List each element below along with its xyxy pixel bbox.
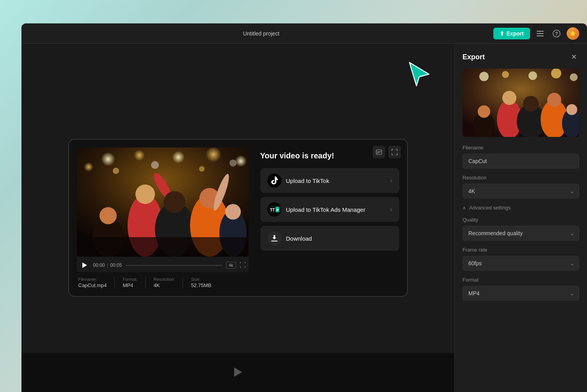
timeline-play-icon: [234, 367, 242, 377]
export-thumbnail: [462, 69, 579, 137]
quality-badge: 4k: [226, 262, 236, 269]
filename-label: Filename: [462, 145, 579, 151]
video-player: 00:00 | 00:05 4k: [77, 147, 249, 288]
menu-icon-button[interactable]: [534, 27, 546, 40]
filename-field: Filename: [455, 145, 587, 175]
video-fullscreen-button[interactable]: [240, 262, 245, 269]
quality-field: Quality Recommended quality Better quali…: [455, 217, 587, 247]
svg-rect-1: [537, 33, 544, 34]
svg-text:?: ?: [555, 31, 558, 37]
export-panel: Export ✕: [454, 44, 587, 392]
svg-point-41: [502, 71, 509, 78]
svg-point-52: [547, 93, 561, 107]
resolution-info: Resolution: 4K: [153, 277, 183, 288]
quality-select[interactable]: Recommended quality Better quality Best …: [462, 226, 579, 241]
user-avatar-button[interactable]: 🌟: [567, 27, 579, 40]
format-select-wrapper: MP4 MOV AVI: [462, 286, 579, 301]
play-icon: [82, 263, 87, 268]
format-select[interactable]: MP4 MOV AVI: [462, 286, 579, 301]
format-label: Format: [462, 277, 579, 283]
export-close-button[interactable]: ✕: [568, 51, 579, 62]
main-content: 00:00 | 00:05 4k: [21, 44, 587, 392]
tiktok-icon: [267, 174, 281, 188]
svg-point-20: [100, 207, 117, 224]
video-controls: 00:00 | 00:05 4k: [77, 257, 249, 272]
export-panel-title: Export: [462, 53, 485, 61]
svg-marker-32: [82, 263, 87, 268]
advanced-settings-chevron-icon: ∧: [462, 205, 466, 211]
download-icon: [267, 231, 281, 245]
filename-info: Filename: CapCut.mp4: [78, 277, 115, 288]
download-button[interactable]: Download: [260, 226, 399, 251]
svg-point-9: [101, 152, 115, 166]
fullscreen-icon: [391, 149, 398, 155]
app-window: Untitled project ⬆ Export ? 🌟: [21, 23, 587, 392]
svg-rect-37: [271, 241, 277, 241]
svg-point-42: [528, 71, 537, 80]
upload-tiktok-ads-button[interactable]: TT ▶ Upload to TikTok Ads Manager ›: [260, 197, 399, 222]
svg-point-17: [199, 166, 205, 172]
help-icon: ?: [553, 30, 560, 37]
resolution-select-wrapper: 1080p 2K 4K: [462, 184, 579, 199]
size-info: Size: 52.75MB: [191, 277, 219, 288]
modal-body: 00:00 | 00:05 4k: [77, 147, 399, 288]
top-bar: Untitled project ⬆ Export ? 🌟: [21, 23, 587, 44]
advanced-settings-header[interactable]: ∧ Advanced settings: [455, 205, 587, 217]
tiktok-ads-icon: TT ▶: [267, 202, 281, 216]
svg-rect-2: [537, 35, 544, 36]
svg-text:TT: TT: [270, 208, 275, 212]
video-preview: [77, 147, 249, 257]
svg-point-29: [225, 204, 241, 220]
options-panel: Your video is ready! Upload to TikTok ›: [260, 147, 399, 255]
advanced-settings-label: Advanced settings: [469, 205, 511, 211]
festival-video-scene: [77, 147, 249, 257]
framerate-select[interactable]: 24fps 30fps 60fps: [462, 256, 579, 271]
svg-rect-5: [376, 150, 382, 154]
filename-input[interactable]: [462, 154, 579, 169]
svg-point-16: [151, 161, 159, 169]
svg-text:▶: ▶: [277, 208, 279, 211]
resolution-label: Resolution: [462, 175, 579, 181]
modal-icons: [373, 146, 401, 158]
framerate-label: Frame rate: [462, 247, 579, 253]
svg-point-50: [523, 96, 539, 112]
resolution-select[interactable]: 1080p 2K 4K: [462, 184, 579, 199]
project-title: Untitled project: [243, 30, 279, 37]
progress-bar[interactable]: [126, 265, 222, 266]
svg-point-15: [113, 168, 119, 174]
svg-point-13: [235, 155, 247, 167]
svg-point-10: [134, 150, 145, 161]
svg-point-11: [172, 151, 185, 163]
subtitle-icon: [376, 149, 382, 155]
svg-point-14: [84, 162, 93, 172]
tiktok-ads-arrow-icon: ›: [390, 206, 392, 213]
svg-point-18: [229, 160, 237, 167]
svg-rect-31: [77, 237, 249, 257]
svg-point-43: [551, 69, 561, 78]
resolution-field: Resolution 1080p 2K 4K: [455, 175, 587, 205]
svg-point-54: [566, 104, 577, 115]
export-up-icon: ⬆: [500, 30, 504, 37]
subtitle-icon-button[interactable]: [373, 146, 385, 158]
svg-point-48: [502, 91, 516, 105]
svg-point-22: [135, 184, 155, 204]
video-info-bar: Filename: CapCut.mp4 Format: MP4 Resolut…: [77, 272, 249, 288]
fullscreen-icon-button[interactable]: [388, 146, 401, 158]
center-area: 00:00 | 00:05 4k: [21, 44, 454, 392]
video-fullscreen-icon: [240, 262, 245, 268]
format-field: Format MP4 MOV AVI: [455, 277, 587, 307]
top-bar-actions: ⬆ Export ? 🌟: [493, 27, 579, 40]
play-button[interactable]: [80, 261, 89, 270]
avatar-icon: 🌟: [570, 31, 576, 36]
timeline-area: [21, 353, 454, 392]
help-icon-button[interactable]: ?: [550, 27, 563, 40]
svg-point-40: [479, 72, 489, 81]
timeline-play-button[interactable]: [234, 367, 242, 378]
upload-tiktok-button[interactable]: Upload to TikTok ›: [260, 168, 399, 193]
export-button[interactable]: ⬆ Export: [493, 28, 530, 39]
format-info: Format: MP4: [123, 277, 146, 288]
svg-point-25: [164, 191, 185, 213]
video-modal: 00:00 | 00:05 4k: [68, 139, 408, 297]
svg-point-44: [570, 73, 578, 81]
framerate-field: Frame rate 24fps 30fps 60fps: [455, 247, 587, 277]
